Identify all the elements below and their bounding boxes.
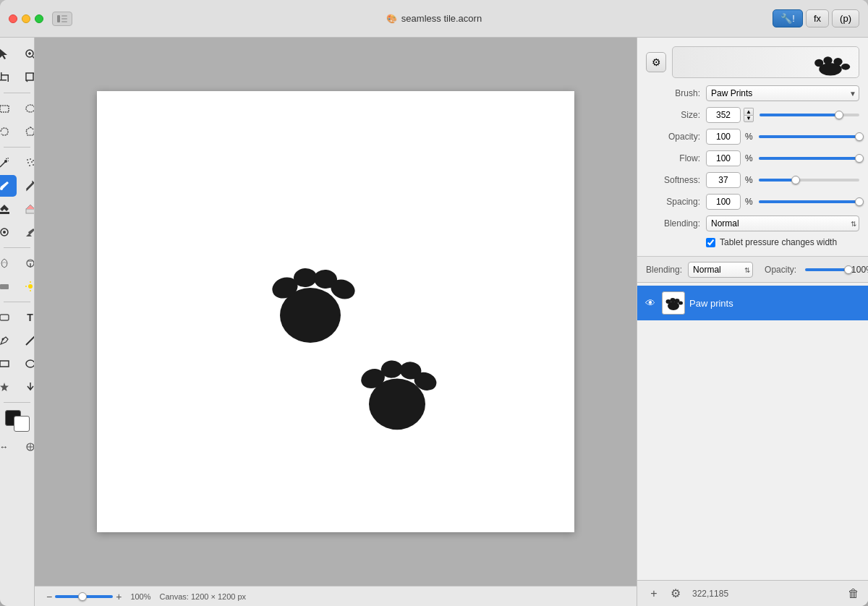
spacing-slider[interactable] [759,200,859,203]
svg-line-19 [6,158,7,159]
brush-select[interactable]: Paw Prints Hard Round Soft Round Airbrus… [706,85,859,101]
blending-select[interactable]: Normal Multiply Screen Overlay [706,215,859,231]
maximize-button[interactable] [35,14,43,23]
add-layer-button[interactable]: + [646,586,662,602]
layer-opacity-slider[interactable] [805,268,848,271]
svg-line-20 [8,161,9,161]
tablet-pressure-checkbox[interactable] [706,238,715,247]
lasso-tool[interactable] [0,121,17,142]
tool-group-10 [0,276,35,297]
size-slider-thumb[interactable] [835,111,843,119]
svg-point-35 [3,231,6,234]
transform-tool[interactable] [18,67,35,88]
softness-label: Softness: [646,175,700,185]
divider-5 [4,402,31,403]
layer-blending-select[interactable]: Normal Multiply Screen [688,262,753,278]
opacity-input[interactable] [706,129,741,145]
size-input[interactable] [706,107,741,123]
arrow-tool[interactable] [18,376,35,398]
spray-tool[interactable] [18,152,35,174]
delete-layer-button[interactable]: 🗑 [848,587,859,600]
oval-tool[interactable] [18,353,35,375]
crop-tool[interactable] [0,67,17,88]
brush-select-wrapper[interactable]: Paw Prints Hard Round Soft Round Airbrus… [706,85,859,101]
layer-item[interactable]: 👁 Paw prints [637,286,868,320]
clone-tool[interactable] [0,221,17,243]
flow-input[interactable] [706,150,741,166]
tool-group-7 [0,198,35,220]
rect-shape-tool[interactable] [0,276,17,297]
ellipse-select-tool[interactable] [18,98,35,119]
line-tool[interactable] [18,330,35,351]
brightness-tool[interactable] [18,276,35,297]
magic-wand-tool[interactable] [0,152,17,174]
tablet-pressure-label: Tablet pressure changes width [720,237,837,247]
zoom-slider-thumb[interactable] [78,592,87,601]
size-slider[interactable] [760,114,859,116]
size-down-button[interactable]: ▼ [744,115,754,122]
tool-group-3 [0,98,35,119]
zoom-in-button[interactable]: + [116,591,122,602]
zoom-tool[interactable] [18,43,35,65]
layer-visibility-toggle[interactable]: 👁 [643,297,658,309]
select-tool[interactable] [0,43,17,65]
spacing-input[interactable] [706,194,741,210]
layer-blend-wrapper[interactable]: Normal Multiply Screen ⇅ [688,262,753,278]
spacing-slider-thumb[interactable] [855,197,864,206]
header-right: 🔧! fx (p) [773,9,859,27]
canvas-container[interactable] [35,38,637,586]
size-up-button[interactable]: ▲ [744,108,754,115]
paint-brush-tool[interactable] [0,175,17,197]
fill-tool[interactable] [0,198,17,220]
brush-icon: 🔧! [780,13,795,24]
svg-point-66 [823,56,832,64]
close-button[interactable] [9,14,17,23]
divider-3 [4,247,31,248]
swap-colors[interactable]: ↔ [0,436,17,458]
brush-gear-button[interactable]: ⚙ [646,52,666,72]
color-swatches[interactable] [5,410,30,432]
vector-pen-tool[interactable] [0,330,17,351]
retouch-tool[interactable] [18,221,35,243]
layers-footer: + ⚙ 322,1185 🗑 [637,580,868,606]
svg-rect-2 [61,18,67,20]
layer-thumbnail [662,291,685,315]
background-color[interactable] [14,416,30,432]
tool-group-2 [0,67,35,88]
script-button[interactable]: (p) [832,9,859,27]
fx-button[interactable]: fx [806,9,829,27]
zoom-out-button[interactable]: − [46,591,52,602]
layer-settings-button[interactable]: ⚙ [668,586,684,602]
star-tool[interactable] [0,376,17,398]
zoom-slider[interactable] [55,595,113,598]
rounded-rect-tool[interactable] [0,307,17,328]
flow-slider-thumb[interactable] [855,154,864,163]
opacity-slider-thumb[interactable] [855,132,864,141]
svg-point-24 [27,159,28,161]
eyedropper-tool[interactable] [18,436,35,458]
canvas[interactable] [97,91,574,532]
eraser-tool[interactable] [18,198,35,220]
sidebar-toggle-button[interactable] [52,12,72,26]
svg-point-29 [29,165,30,166]
opacity-slider[interactable] [759,135,859,138]
sharpen-tool[interactable] [18,252,35,274]
softness-slider[interactable] [759,179,859,182]
rectangle-tool[interactable] [0,353,17,375]
blur-tool[interactable] [0,252,17,274]
flow-slider[interactable] [759,157,859,160]
spacing-label: Spacing: [646,197,700,207]
rect-select-tool[interactable] [0,98,17,119]
minimize-button[interactable] [22,14,30,23]
layer-thumb-icon [663,293,684,313]
pencil-tool[interactable] [18,175,35,197]
blending-select-wrapper[interactable]: Normal Multiply Screen Overlay ⇅ [706,215,859,231]
brush-properties-button[interactable]: 🔧! [773,9,803,27]
text-tool[interactable]: T [18,307,35,328]
softness-slider-thumb[interactable] [791,176,800,184]
polygon-select-tool[interactable] [18,121,35,142]
softness-input[interactable] [706,172,741,188]
tool-group-14 [0,376,35,398]
layer-opacity-thumb[interactable] [844,265,853,274]
blending-row: Blending: Normal Multiply Screen Overlay… [646,215,859,231]
